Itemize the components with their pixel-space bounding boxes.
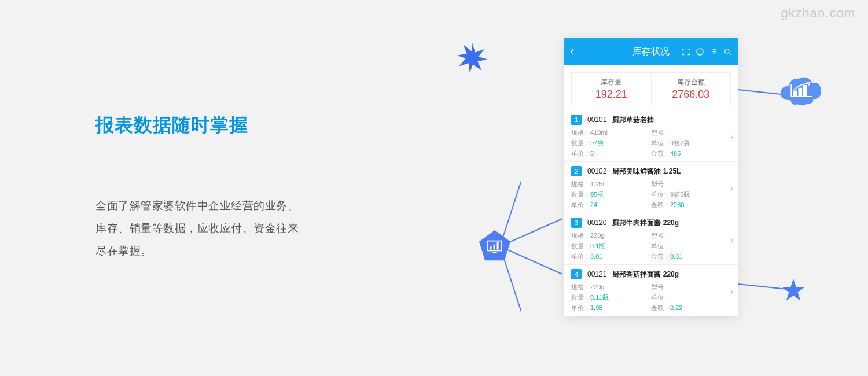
spec-value: 220g [590,232,604,239]
qty-label: 数量： [571,242,590,249]
spec-value: 410ml [590,129,608,136]
marketing-body: 全面了解管家婆软件中企业经营的业务、 库存、销量等数据，应收应付、资金往来 尽在… [95,195,373,263]
spec-value: 220g [590,283,604,290]
spec-label: 规格： [571,180,590,187]
amount-value: 485 [670,150,681,157]
price-value: 8.01 [590,253,602,260]
summary-qty-label: 库存量 [572,78,651,87]
unit-label: 单位： [651,242,670,249]
search-icon[interactable] [723,47,732,56]
amount-label: 金额： [651,150,670,157]
model-label: 型号： [651,129,670,136]
pentagon-chart-icon [477,228,512,263]
item-code: 00120 [587,219,606,227]
qty-value: 0.1瓶 [590,242,605,249]
amount-value: 0.22 [670,304,682,311]
amount-value: 0.81 [670,253,682,260]
price-label: 单价： [571,201,590,208]
spec-value: 1.25L [590,180,606,187]
amount-label: 金额： [651,201,670,208]
summary-qty-value: 192.21 [572,89,651,101]
inventory-item[interactable]: 100101厨邦草菇老抽规格：410ml型号：数量：97袋单位：9包7袋单价：5… [564,110,738,161]
inventory-item[interactable]: 300120厨邦牛肉拌面酱 220g规格：220g型号：数量：0.1瓶单位：单价… [564,213,738,264]
qty-label: 数量： [571,294,590,301]
summary-amount-value: 2766.03 [652,89,731,101]
marketing-copy: 报表数据随时掌握 全面了解管家婆软件中企业经营的业务、 库存、销量等数据，应收应… [95,113,373,263]
chevron-right-icon: › [730,286,733,297]
unit-value: 9包7袋 [670,139,690,146]
cloud-chart-icon [780,75,822,108]
svg-rect-9 [804,86,807,97]
inventory-list: 100101厨邦草菇老抽规格：410ml型号：数量：97袋单位：9包7袋单价：5… [564,110,738,316]
price-label: 单价： [571,304,590,311]
item-name: 厨邦美味鲜酱油 1.25L [612,167,681,176]
burst-icon [457,43,487,73]
item-name: 厨邦草菇老抽 [612,115,654,125]
phone-mock: ‹ 库存状况 库存量 192.21 库存金额 2766.03 100101 [564,38,738,316]
item-code: 00101 [587,116,606,124]
svg-rect-8 [799,89,801,97]
star-icon [781,278,806,302]
marketing-line-1: 全面了解管家婆软件中企业经营的业务、 [95,195,373,218]
unit-value: 9箱5瓶 [670,191,690,198]
marketing-line-3: 尽在掌握。 [95,240,373,263]
svg-rect-6 [492,252,496,253]
summary-amount: 库存金额 2766.03 [651,73,731,106]
price-value: 24 [590,201,597,208]
unit-label: 单位： [651,191,670,198]
app-header: ‹ 库存状况 [564,38,738,65]
qty-label: 数量： [571,139,590,146]
svg-rect-3 [490,246,492,249]
amount-value: 2280 [670,201,684,208]
model-label: 型号： [651,283,670,290]
model-label: 型号： [651,232,670,239]
item-code: 00121 [587,270,606,278]
unit-label: 单位： [651,139,670,146]
marketing-line-2: 库存、销量等数据，应收应付、资金往来 [95,218,373,240]
list-icon[interactable] [709,47,718,56]
chevron-right-icon: › [730,132,733,142]
svg-rect-5 [497,242,499,250]
svg-rect-4 [494,245,495,250]
qty-value: 0.11瓶 [590,294,609,301]
chevron-right-icon: › [730,183,733,194]
amount-label: 金额： [651,253,670,260]
watermark-text: gkzhan.com [781,6,855,21]
connector-line [738,89,787,95]
chevron-right-icon: › [730,235,733,245]
svg-marker-10 [782,279,805,301]
scan-icon[interactable] [682,47,690,56]
item-code: 00102 [587,167,606,175]
marketing-headline: 报表数据随时掌握 [95,113,373,138]
info-icon[interactable] [696,47,704,56]
item-index-badge: 1 [571,115,582,125]
item-name: 厨邦香菇拌面酱 220g [612,270,679,279]
unit-label: 单位： [651,294,670,301]
qty-label: 数量： [571,191,590,198]
qty-value: 97袋 [590,139,604,146]
item-name: 厨邦牛肉拌面酱 220g [612,218,679,228]
amount-label: 金额： [651,304,670,311]
price-value: 1.98 [590,304,602,311]
summary-amount-label: 库存金额 [652,78,731,87]
price-label: 单价： [571,150,590,157]
summary-card: 库存量 192.21 库存金额 2766.03 [571,72,731,106]
qty-value: 95瓶 [590,191,604,198]
spec-label: 规格： [571,283,590,290]
item-index-badge: 4 [571,269,582,279]
svg-marker-0 [457,43,487,73]
spec-label: 规格： [571,232,590,239]
item-index-badge: 3 [571,218,582,228]
svg-rect-7 [794,91,797,96]
inventory-item[interactable]: 400121厨邦香菇拌面酱 220g规格：220g型号：数量：0.11瓶单位：单… [564,264,738,316]
spec-label: 规格： [571,129,590,136]
model-label: 型号： [651,180,670,187]
item-index-badge: 2 [571,166,582,176]
price-label: 单价： [571,253,590,260]
summary-qty: 库存量 192.21 [572,73,651,106]
price-value: 5 [590,150,594,157]
svg-point-12 [725,49,730,53]
inventory-item[interactable]: 200102厨邦美味鲜酱油 1.25L规格：1.25L型号：数量：95瓶单位：9… [564,161,738,213]
